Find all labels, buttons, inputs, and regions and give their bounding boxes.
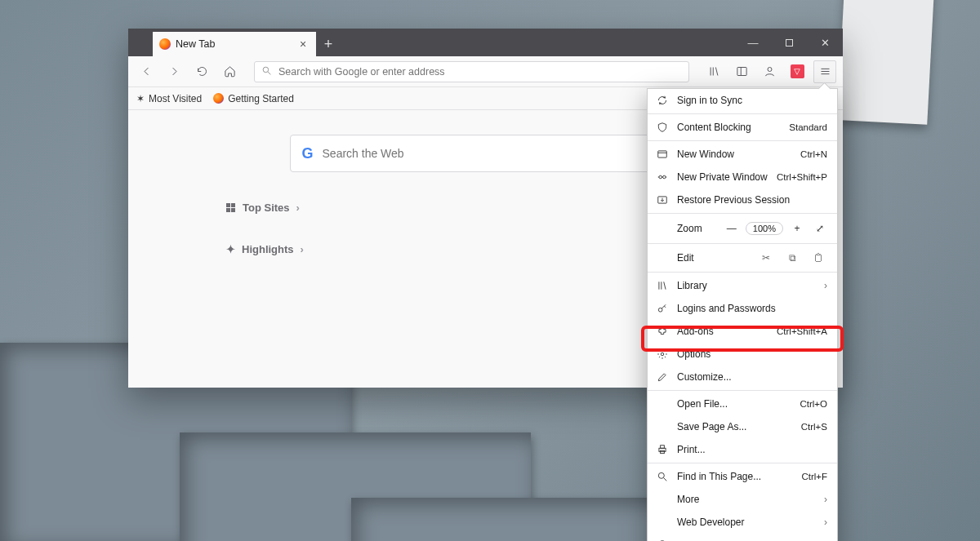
menu-open-file[interactable]: Open File... Ctrl+O — [648, 392, 837, 415]
chevron-right-icon: › — [296, 202, 300, 214]
back-button[interactable] — [135, 60, 158, 83]
sidebar-icon[interactable] — [730, 60, 753, 83]
search-icon — [261, 65, 272, 78]
grid-icon — [226, 203, 236, 213]
svg-rect-21 — [659, 448, 666, 451]
paste-icon[interactable]: 📋︎ — [809, 252, 827, 264]
menu-find[interactable]: Find in This Page... Ctrl+F — [648, 465, 837, 488]
menu-web-developer[interactable]: Web Developer › — [648, 511, 837, 534]
nav-toolbar — [128, 56, 843, 87]
library-icon[interactable] — [702, 60, 725, 83]
menu-logins[interactable]: Logins and Passwords — [648, 297, 837, 320]
tab-active[interactable]: New Tab × — [153, 32, 316, 56]
reload-button[interactable] — [190, 60, 213, 83]
printer-icon — [656, 444, 669, 455]
menu-label: Print... — [677, 444, 827, 455]
shortcut: Ctrl+S — [801, 422, 827, 432]
new-tab-button[interactable]: + — [316, 32, 341, 56]
status-badge: Standard — [789, 122, 827, 132]
svg-rect-23 — [661, 450, 665, 454]
zoom-in-button[interactable]: + — [788, 223, 806, 234]
menu-restore-session[interactable]: Restore Previous Session — [648, 188, 837, 211]
svg-rect-11 — [658, 151, 667, 157]
menu-options[interactable]: Options — [648, 343, 837, 366]
chevron-right-icon: › — [824, 517, 827, 528]
menu-new-window[interactable]: New Window Ctrl+N — [648, 143, 837, 166]
svg-point-0 — [263, 67, 269, 73]
account-icon[interactable] — [758, 60, 781, 83]
menu-label: More — [677, 494, 816, 505]
menu-label: Web Developer — [677, 517, 816, 528]
menu-label: Library — [677, 280, 816, 291]
shortcut: Ctrl+Shift+A — [777, 326, 827, 336]
section-label: Top Sites — [243, 202, 290, 214]
gear-icon — [656, 348, 669, 360]
newtab-search-input[interactable] — [323, 147, 670, 160]
key-icon — [656, 303, 669, 314]
search-icon — [656, 471, 669, 482]
menu-save-as[interactable]: Save Page As... Ctrl+S — [648, 415, 837, 438]
menu-content-blocking[interactable]: Content Blocking Standard — [648, 116, 837, 139]
mask-icon — [656, 171, 669, 183]
menu-separator — [648, 213, 837, 214]
svg-point-14 — [663, 175, 666, 179]
main-menu: Sign in to Sync Content Blocking Standar… — [647, 88, 838, 541]
address-input[interactable] — [278, 66, 682, 78]
menu-new-private[interactable]: New Private Window Ctrl+Shift+P — [648, 166, 837, 188]
menu-label: Content Blocking — [677, 122, 781, 133]
library-icon — [656, 280, 669, 291]
menu-label: New Private Window — [677, 171, 768, 183]
paintbrush-icon — [656, 371, 669, 383]
forward-button[interactable] — [163, 60, 185, 83]
chevron-right-icon: › — [824, 494, 827, 505]
menu-sign-in[interactable]: Sign in to Sync — [648, 89, 837, 112]
svg-point-24 — [658, 472, 664, 478]
close-window-button[interactable]: ✕ — [807, 29, 843, 56]
menu-separator — [648, 390, 837, 391]
tab-strip: New Tab × + — ✕ — [128, 29, 843, 56]
menu-help[interactable]: Help › — [648, 534, 837, 541]
menu-label: Options — [677, 348, 827, 360]
svg-line-18 — [664, 282, 666, 289]
chevron-right-icon: › — [824, 280, 827, 291]
menu-library[interactable]: Library › — [648, 274, 837, 297]
fullscreen-button[interactable]: ⤢ — [811, 223, 829, 234]
bookmark-getting-started[interactable]: Getting Started — [213, 93, 294, 104]
menu-customize[interactable]: Customize... — [648, 366, 837, 388]
menu-print[interactable]: Print... — [648, 438, 837, 461]
minimize-button[interactable]: — — [735, 29, 771, 56]
svg-point-20 — [661, 353, 664, 356]
bookmark-most-visited[interactable]: ✶Most Visited — [136, 93, 202, 104]
menu-addons[interactable]: Add-ons Ctrl+Shift+A — [648, 320, 837, 343]
zoom-value: 100% — [746, 222, 783, 235]
menu-label: Sign in to Sync — [677, 95, 827, 106]
copy-icon[interactable]: ⧉ — [783, 252, 801, 264]
pocket-icon[interactable] — [786, 60, 808, 83]
svg-rect-22 — [661, 446, 665, 449]
cut-icon[interactable]: ✂ — [757, 252, 775, 264]
bookmark-label: Most Visited — [149, 93, 202, 104]
window-icon — [656, 149, 669, 160]
shield-icon — [656, 122, 669, 133]
home-button[interactable] — [218, 60, 241, 83]
menu-label: Add-ons — [677, 326, 768, 337]
menu-label: Find in This Page... — [677, 471, 793, 482]
menu-more[interactable]: More › — [648, 488, 837, 511]
svg-line-1 — [268, 72, 270, 74]
address-bar[interactable] — [254, 61, 689, 82]
sync-icon — [656, 95, 669, 106]
shortcut: Ctrl+F — [801, 472, 827, 481]
shortcut: Ctrl+N — [800, 149, 827, 159]
svg-line-25 — [664, 478, 667, 481]
close-tab-icon[interactable]: × — [296, 38, 310, 51]
menu-label: Zoom — [656, 223, 718, 234]
maximize-button[interactable] — [771, 29, 807, 56]
menu-separator — [648, 113, 837, 114]
menu-separator — [648, 463, 837, 463]
shortcut: Ctrl+Shift+P — [777, 172, 827, 182]
main-menu-button[interactable] — [813, 60, 836, 83]
section-label: Highlights — [242, 243, 294, 255]
menu-label: Open File... — [677, 398, 791, 410]
zoom-out-button[interactable]: — — [723, 223, 741, 234]
newtab-search[interactable]: G — [290, 135, 682, 172]
